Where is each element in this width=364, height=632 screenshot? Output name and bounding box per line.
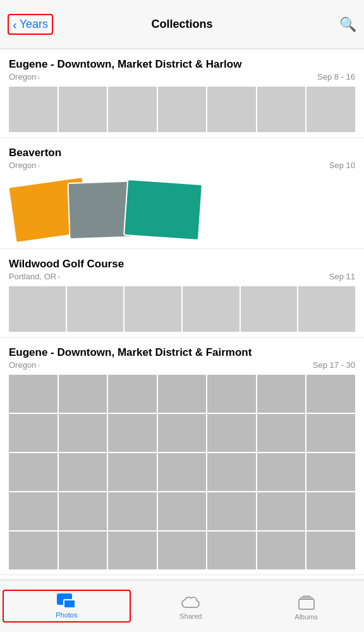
photo-cell[interactable]	[257, 414, 306, 452]
collection-meta: Oregon › Sep 17 - 30	[9, 360, 355, 370]
collection-location[interactable]: Oregon ›	[9, 161, 40, 170]
collection-date: Sep 8 - 16	[317, 72, 355, 82]
photo-cell[interactable]	[183, 286, 240, 332]
collection-beaverton: Beaverton Oregon › Sep 10	[0, 138, 364, 249]
photo-cell[interactable]	[207, 375, 256, 413]
photos-icon	[57, 593, 76, 609]
photo-grid[interactable]	[9, 286, 355, 332]
photo-cell[interactable]	[207, 532, 256, 569]
navigation-bar: ‹ Years Collections 🔍	[0, 0, 364, 49]
svg-rect-0	[299, 599, 314, 609]
photo-cell[interactable]	[158, 414, 207, 452]
photo-cell[interactable]	[124, 286, 181, 332]
back-label: Years	[20, 18, 48, 31]
photo-cell[interactable]	[9, 87, 58, 132]
photo-cell[interactable]	[59, 414, 107, 452]
photo-cell[interactable]	[158, 532, 207, 569]
photo-cell[interactable]	[9, 492, 58, 530]
photo-cell[interactable]	[108, 532, 157, 569]
collection-title: Eugene - Downtown, Market District & Har…	[9, 58, 355, 71]
cloud-icon	[181, 596, 200, 610]
tab-bar: Photos Shared Albums	[0, 580, 364, 632]
collection-date: Sep 17 - 30	[313, 360, 355, 370]
photo-cell[interactable]	[158, 375, 207, 413]
page-title: Collections	[151, 18, 212, 31]
photo-cell[interactable]	[306, 453, 355, 491]
photos-icon-front	[63, 599, 76, 609]
photo-cell[interactable]	[306, 492, 355, 530]
tab-albums[interactable]: Albums	[248, 592, 364, 621]
photo-cell[interactable]	[207, 492, 256, 530]
photo-cell[interactable]	[9, 414, 58, 452]
chevron-right-icon: ›	[58, 273, 60, 281]
photo-cell[interactable]	[298, 286, 355, 332]
large-photo-grid[interactable]	[9, 375, 355, 569]
photo-cell[interactable]	[59, 532, 107, 569]
collection-eugene-downtown: Eugene - Downtown, Market District & Har…	[0, 49, 364, 138]
photo-cell[interactable]	[67, 286, 124, 332]
photo-grid[interactable]	[9, 87, 355, 132]
photo-cell[interactable]	[257, 375, 306, 413]
photo-cell[interactable]	[123, 179, 203, 241]
collection-meta: Oregon › Sep 8 - 16	[9, 72, 355, 82]
photo-cell[interactable]	[108, 492, 157, 530]
photo-cell[interactable]	[207, 453, 256, 491]
chevron-right-icon: ›	[37, 362, 40, 369]
chevron-left-icon: ‹	[13, 18, 17, 31]
collection-date: Sep 10	[329, 161, 355, 170]
photo-cell[interactable]	[207, 87, 256, 132]
photo-cell[interactable]	[158, 87, 207, 132]
photo-cell[interactable]	[9, 453, 58, 491]
photo-cell[interactable]	[207, 414, 256, 452]
chevron-right-icon: ›	[37, 73, 40, 81]
photo-cell[interactable]	[108, 375, 157, 413]
photo-cell[interactable]	[158, 453, 207, 491]
collection-wildwood: Wildwood Golf Course Portland, OR › Sep …	[0, 249, 364, 337]
main-content: Eugene - Downtown, Market District & Har…	[0, 49, 364, 580]
photo-cell[interactable]	[59, 453, 107, 491]
photo-cell[interactable]	[257, 87, 306, 132]
tab-photos-label: Photos	[56, 611, 77, 619]
photo-cell[interactable]	[108, 453, 157, 491]
collection-location[interactable]: Oregon ›	[9, 72, 40, 82]
photo-cell[interactable]	[306, 414, 355, 452]
collection-title: Eugene - Downtown, Market District & Fai…	[9, 346, 355, 359]
collection-location[interactable]: Portland, OR ›	[9, 272, 60, 281]
svg-rect-2	[303, 596, 310, 597]
albums-icon	[298, 595, 315, 611]
photo-cell[interactable]	[257, 492, 306, 530]
photo-cell[interactable]	[257, 532, 306, 569]
photo-cell[interactable]	[158, 492, 207, 530]
collection-meta: Portland, OR › Sep 11	[9, 272, 355, 281]
photo-cell[interactable]	[241, 286, 298, 332]
collection-date: Sep 11	[329, 272, 355, 281]
chevron-right-icon: ›	[37, 162, 40, 169]
photo-cell[interactable]	[257, 453, 306, 491]
photo-cell[interactable]	[9, 286, 66, 332]
tab-shared[interactable]: Shared	[133, 592, 249, 620]
photo-cell[interactable]	[108, 87, 157, 132]
beaverton-fan-grid[interactable]	[9, 175, 355, 238]
search-icon[interactable]: 🔍	[339, 16, 356, 33]
photo-cell[interactable]	[59, 375, 107, 413]
photo-cell[interactable]	[306, 532, 355, 569]
photo-cell[interactable]	[306, 375, 355, 413]
tab-photos[interactable]: Photos	[3, 590, 131, 623]
photo-cell[interactable]	[108, 414, 157, 452]
collection-eugene-fairmont: Eugene - Downtown, Market District & Fai…	[0, 337, 364, 575]
photo-cell[interactable]	[306, 87, 355, 132]
collection-location[interactable]: Oregon ›	[9, 360, 40, 370]
photo-cell[interactable]	[9, 532, 58, 569]
photo-cell[interactable]	[9, 375, 58, 413]
tab-shared-label: Shared	[179, 612, 202, 620]
photo-cell[interactable]	[59, 87, 107, 132]
collection-title: Beaverton	[9, 147, 355, 159]
tab-albums-label: Albums	[294, 613, 318, 621]
collection-title: Wildwood Golf Course	[9, 258, 355, 270]
back-button[interactable]: ‹ Years	[8, 14, 53, 35]
photo-cell[interactable]	[59, 492, 107, 530]
collection-meta: Oregon › Sep 10	[9, 161, 355, 170]
